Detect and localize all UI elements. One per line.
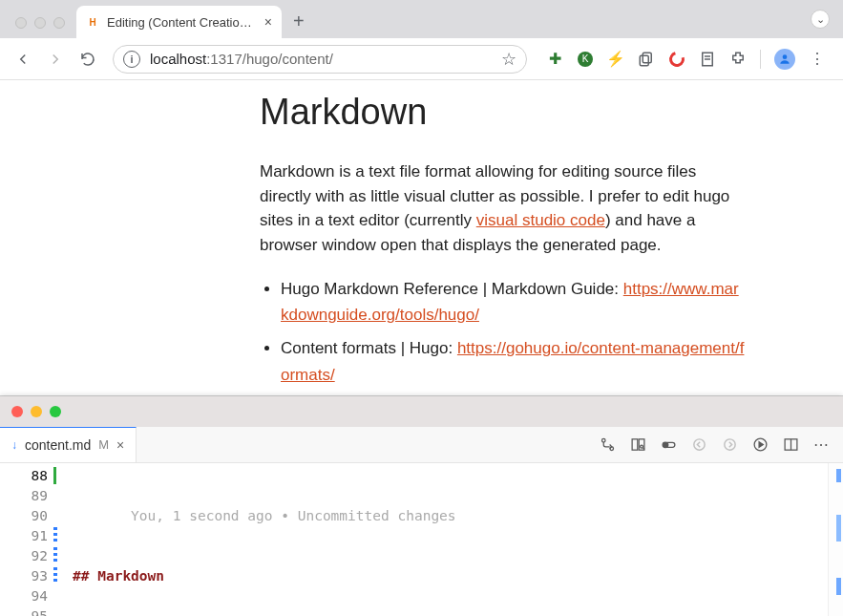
editor-actions: ⋯ xyxy=(585,427,843,462)
browser-tab[interactable]: H Editing (Content Creation) - A × xyxy=(76,6,282,38)
close-tab-icon[interactable]: × xyxy=(116,437,124,453)
open-preview-icon[interactable] xyxy=(629,435,646,453)
svg-point-13 xyxy=(693,439,704,450)
file-name: content.md xyxy=(25,437,91,453)
vscode-link[interactable]: visual studio code xyxy=(476,211,605,229)
browser-menu-icon[interactable]: ⋮ xyxy=(809,51,826,68)
tab-strip: H Editing (Content Creation) - A × + ⌄ xyxy=(0,0,843,38)
extension-icon[interactable]: K xyxy=(577,51,594,68)
previous-change-icon[interactable] xyxy=(690,435,707,453)
split-editor-icon[interactable] xyxy=(782,435,799,453)
list-item: Hugo Markdown Reference | Markdown Guide… xyxy=(281,276,747,328)
more-actions-icon[interactable]: ⋯ xyxy=(812,435,830,453)
svg-rect-1 xyxy=(640,55,648,66)
svg-point-5 xyxy=(783,54,788,59)
minimize-window-dot[interactable] xyxy=(34,17,46,29)
back-button[interactable] xyxy=(10,46,36,73)
svg-point-6 xyxy=(601,438,605,442)
new-tab-button[interactable]: + xyxy=(282,11,316,38)
list-item: Content formats | Hugo: https://gohugo.i… xyxy=(281,335,747,387)
traffic-lights xyxy=(11,406,61,417)
profile-avatar[interactable] xyxy=(774,49,795,70)
line-numbers: 88 89 90 91 92 93 94 95 xyxy=(0,463,53,616)
close-tab-icon[interactable]: × xyxy=(264,14,272,30)
editor-titlebar xyxy=(0,396,843,427)
modified-indicator: M xyxy=(98,437,109,452)
next-change-icon[interactable] xyxy=(721,435,738,453)
bookmark-star-icon[interactable]: ☆ xyxy=(501,49,516,70)
extension-icon[interactable] xyxy=(668,51,685,68)
page-heading: Markdown xyxy=(260,92,843,133)
browser-window: H Editing (Content Creation) - A × + ⌄ i… xyxy=(0,0,843,396)
svg-point-10 xyxy=(640,445,643,448)
editor-tab[interactable]: ↓ content.md M × xyxy=(0,427,137,462)
address-bar[interactable]: i localhost:1317/hugo/content/ ☆ xyxy=(113,45,527,74)
toggle-icon[interactable] xyxy=(660,435,677,453)
svg-point-12 xyxy=(663,442,668,448)
reload-button[interactable] xyxy=(74,46,101,73)
url-text: localhost:1317/hugo/content/ xyxy=(150,51,492,67)
browser-toolbar: i localhost:1317/hugo/content/ ☆ ✚ K ⚡ ⋮ xyxy=(0,38,843,80)
minimap[interactable] xyxy=(828,463,843,616)
extension-icon[interactable]: ✚ xyxy=(546,51,563,68)
zoom-window-dot[interactable] xyxy=(50,406,61,417)
code-editor[interactable]: 88 89 90 91 92 93 94 95 You, 1 second ag… xyxy=(0,463,843,616)
close-window-dot[interactable] xyxy=(11,406,23,417)
minimize-window-dot[interactable] xyxy=(31,406,42,417)
close-window-dot[interactable] xyxy=(15,17,27,29)
tab-title: Editing (Content Creation) - A xyxy=(107,15,257,30)
window-controls xyxy=(8,17,76,38)
gutter-marks xyxy=(53,463,63,616)
editor-window: ↓ content.md M × ⋯ 88 89 90 91 92 93 94 … xyxy=(0,396,843,616)
code-content[interactable]: You, 1 second ago • Uncommitted changes … xyxy=(63,463,843,616)
extension-icons: ✚ K ⚡ ⋮ xyxy=(538,49,833,70)
git-blame-annotation xyxy=(73,508,131,523)
reference-list: Hugo Markdown Reference | Markdown Guide… xyxy=(260,276,747,388)
favicon-icon: H xyxy=(86,15,99,29)
svg-point-14 xyxy=(724,439,734,450)
site-info-icon[interactable]: i xyxy=(123,51,140,68)
extension-icon[interactable] xyxy=(638,51,655,68)
intro-paragraph: Markdown is a text file format allowing … xyxy=(260,159,747,257)
tabs-dropdown-icon[interactable]: ⌄ xyxy=(811,10,830,29)
extension-icon[interactable]: ⚡ xyxy=(607,51,624,68)
forward-button[interactable] xyxy=(42,46,69,73)
zoom-window-dot[interactable] xyxy=(53,17,65,29)
svg-rect-8 xyxy=(632,439,638,450)
svg-rect-0 xyxy=(643,53,651,63)
compare-changes-icon[interactable] xyxy=(599,435,616,453)
run-icon[interactable] xyxy=(751,435,769,453)
editor-tabs: ↓ content.md M × ⋯ xyxy=(0,427,843,463)
page-content: Markdown Markdown is a text file format … xyxy=(0,80,843,395)
extensions-menu-icon[interactable] xyxy=(729,51,747,68)
markdown-file-icon: ↓ xyxy=(11,438,17,452)
extension-icon[interactable] xyxy=(699,51,716,68)
